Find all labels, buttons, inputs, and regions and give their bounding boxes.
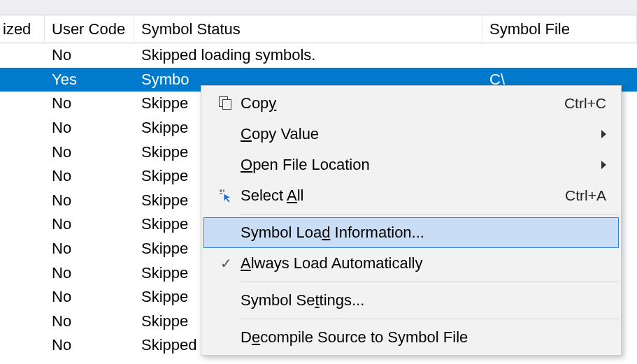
menu-item-open-file-location[interactable]: Open File Location [203,150,619,180]
copy-icon [211,96,241,110]
cell-user-code: No [45,240,134,258]
menu-item-copy[interactable]: Copy Ctrl+C [203,88,619,119]
column-header-optimized[interactable]: ized [0,15,45,43]
column-header-symbol-file[interactable]: Symbol File [482,15,637,43]
menu-separator [241,214,619,214]
menu-separator [241,319,619,319]
cell-user-code: No [45,288,134,306]
menu-label: Symbol Settings... [241,291,606,310]
menu-item-always-load-automatically[interactable]: ✓ Always Load Automatically [203,248,619,279]
menu-item-copy-value[interactable]: Copy Value [203,119,619,150]
cell-user-code: No [45,336,134,354]
toolbar-strip [0,0,637,15]
menu-label: Always Load Automatically [241,254,606,272]
cell-user-code: No [45,119,134,137]
cursor-icon [211,188,241,203]
menu-item-symbol-settings[interactable]: Symbol Settings... [203,285,619,316]
column-header-user-code[interactable]: User Code [45,15,134,43]
chevron-right-icon [601,130,606,138]
cell-user-code: No [45,167,134,185]
column-header-symbol-status[interactable]: Symbol Status [134,15,482,43]
menu-label: Select All [241,187,565,205]
menu-label: Symbol Load Information... [241,224,606,242]
cell-user-code: No [45,143,134,161]
table-row[interactable]: NoSkipped loading symbols. [0,43,637,68]
cell-user-code: No [45,264,134,282]
cell-user-code: No [45,312,134,330]
menu-item-symbol-load-information[interactable]: Symbol Load Information... [203,217,619,248]
menu-item-decompile-source[interactable]: Decompile Source to Symbol File [203,322,619,353]
cell-user-code: No [45,94,134,112]
context-menu: Copy Ctrl+C Copy Value Open File Locatio… [201,85,622,356]
cell-user-code: No [45,191,134,210]
check-icon: ✓ [211,256,241,270]
chevron-right-icon [601,161,606,169]
cell-symbol-status: Skipped loading symbols. [134,46,482,64]
cell-user-code: No [45,46,134,64]
menu-shortcut: Ctrl+C [564,95,606,112]
column-header-row: ized User Code Symbol Status Symbol File [0,15,637,43]
menu-label: Copy [241,94,564,112]
menu-label: Copy Value [241,125,601,143]
menu-separator [241,282,619,282]
menu-label: Decompile Source to Symbol File [241,328,606,347]
cell-user-code: Yes [45,71,134,89]
menu-label: Open File Location [241,156,601,174]
cell-user-code: No [45,215,134,233]
menu-item-select-all[interactable]: Select All Ctrl+A [203,180,619,211]
menu-shortcut: Ctrl+A [565,187,606,204]
